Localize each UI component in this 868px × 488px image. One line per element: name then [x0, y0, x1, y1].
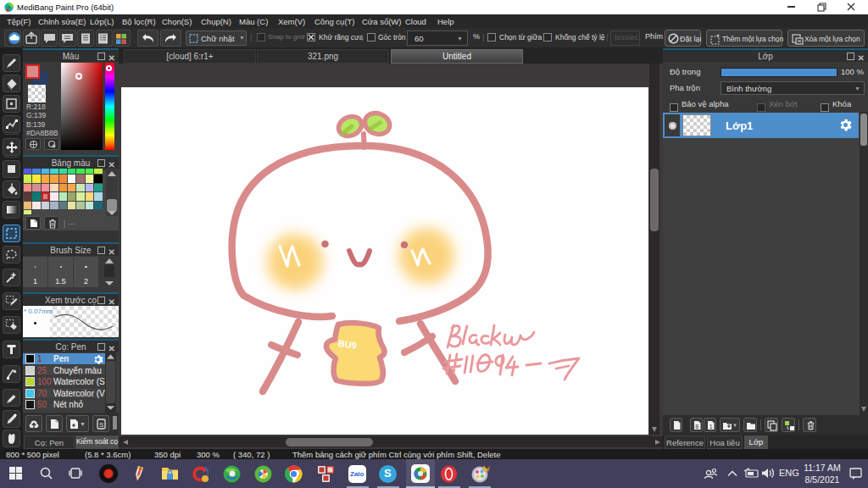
svg-text:S: S [99, 421, 103, 429]
svg-text:8: 8 [695, 424, 698, 430]
svg-text:1: 1 [709, 424, 713, 430]
